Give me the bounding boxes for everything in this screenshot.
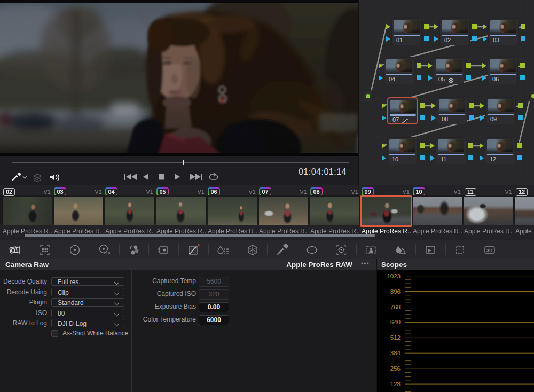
svg-text:HDR: HDR [104,251,111,255]
svg-text:3D: 3D [486,248,493,253]
svg-text:512: 512 [390,334,400,341]
svg-text:768: 768 [390,304,400,310]
svg-text:1023: 1023 [387,273,400,279]
svg-text:640: 640 [390,319,400,325]
svg-text:128: 128 [390,381,400,387]
svg-text:896: 896 [390,288,400,295]
svg-text:256: 256 [390,365,400,372]
svg-text:384: 384 [390,350,401,356]
